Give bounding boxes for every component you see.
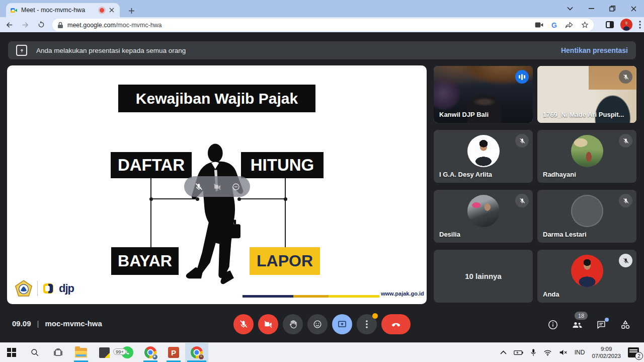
media-camera-indicator-icon[interactable] (535, 22, 543, 28)
stop-presenting-button[interactable]: Hentikan presentasi (561, 46, 628, 54)
tray-mic-icon[interactable] (530, 348, 536, 356)
pip-remove-icon[interactable] (231, 182, 240, 191)
tray-chevron-icon[interactable] (500, 350, 507, 354)
new-tab-button[interactable] (126, 5, 137, 16)
browser-menu-icon[interactable] (639, 21, 641, 29)
volume-muted-icon[interactable] (559, 349, 568, 356)
raise-hand-button[interactable] (283, 314, 303, 334)
wifi-icon[interactable] (543, 349, 552, 356)
address-bar[interactable]: meet.google.com/moc-mvmc-hwa G (52, 19, 594, 31)
more-options-button[interactable] (357, 314, 377, 334)
lock-icon (57, 22, 63, 29)
businessman-silhouette (176, 141, 252, 286)
connector-line (285, 199, 286, 247)
participant-avatar (467, 195, 500, 227)
reactions-button[interactable] (307, 314, 328, 334)
powerpoint-icon: P (168, 347, 179, 358)
meeting-code-label: moc-mvmc-hwa (45, 319, 102, 328)
taskbar-sticky-notes[interactable] (93, 343, 116, 362)
reload-button[interactable] (34, 18, 48, 32)
sticky-notes-icon (99, 347, 110, 358)
tab-title: Meet - moc-mvmc-hwa (21, 7, 96, 14)
leave-call-button[interactable] (381, 314, 411, 334)
taskbar-chrome-1[interactable] (139, 343, 162, 362)
browser-tabstrip: Meet - moc-mvmc-hwa (0, 0, 644, 17)
bookmark-star-icon[interactable] (581, 21, 589, 29)
minimize-button[interactable] (581, 0, 602, 17)
task-view-button[interactable] (46, 343, 69, 362)
battery-icon[interactable] (514, 349, 523, 355)
pip-mic-off-icon[interactable] (194, 182, 203, 191)
present-icon (16, 45, 27, 56)
mic-muted-icon (619, 70, 632, 84)
chat-notification-dot (605, 318, 609, 322)
google-page-action-icon[interactable]: G (551, 21, 557, 29)
action-center-button[interactable]: 2 (628, 347, 639, 357)
participant-count-badge: 18 (575, 312, 588, 320)
participant-tile-nimade[interactable]: 1769_Ni Made Ari Puspit... (537, 66, 636, 123)
url-domain: meet.google.com (67, 22, 116, 29)
slide-title: Kewajiban Wajib Pajak (118, 85, 315, 112)
windows-logo-icon (7, 348, 16, 357)
mic-toggle-button[interactable] (233, 314, 254, 334)
share-icon[interactable] (565, 22, 573, 29)
task-view-icon (53, 348, 63, 357)
participant-name: Desilia (439, 231, 460, 238)
connector-line (150, 199, 151, 247)
url-text: meet.google.com/moc-mvmc-hwa (67, 22, 162, 29)
participant-name: 1769_Ni Made Ari Puspit... (543, 111, 624, 118)
separator: | (37, 319, 39, 328)
window-controls (559, 0, 644, 17)
chrome-icon (144, 346, 156, 358)
call-control-bar: 09.09 | moc-mvmc-hwa (0, 308, 644, 341)
logo-divider (37, 281, 38, 296)
participant-tile-desilia[interactable]: Desilia (434, 190, 533, 243)
side-panel-icon[interactable] (606, 21, 614, 28)
participant-tile-darma[interactable]: Darma Lestari (537, 190, 636, 243)
taskbar-powerpoint[interactable]: P (162, 343, 185, 362)
close-window-button[interactable] (623, 0, 644, 17)
browser-tab[interactable]: Meet - moc-mvmc-hwa (6, 3, 120, 17)
chat-button[interactable] (595, 318, 608, 331)
taskbar-search-button[interactable] (23, 343, 46, 362)
speaking-indicator-icon (515, 70, 529, 84)
participant-tile-overflow[interactable]: 10 lainnya (434, 250, 533, 303)
tab-search-chevron-icon[interactable] (559, 0, 581, 17)
camera-toggle-button[interactable] (258, 314, 278, 334)
participant-name: I G.A. Desy Arlita (439, 171, 492, 178)
kemenkeu-logo (15, 280, 32, 297)
participant-avatar (571, 195, 603, 227)
screen: Meet - moc-mvmc-hwa meet.google.com/moc-… (0, 0, 644, 362)
meeting-details-button[interactable] (546, 318, 559, 331)
pip-controls-overlay[interactable] (184, 176, 250, 197)
back-button[interactable] (2, 18, 16, 32)
present-screen-button[interactable] (332, 314, 352, 334)
forward-button[interactable] (18, 18, 32, 32)
taskbar-file-explorer[interactable] (69, 343, 93, 362)
meet-favicon (10, 7, 18, 14)
tab-close-icon[interactable] (108, 6, 116, 14)
participant-tile-desy[interactable]: I G.A. Desy Arlita (434, 130, 533, 183)
participant-tile-self[interactable]: Anda (537, 250, 636, 303)
presented-slide: Kewajiban Wajib Pajak DAFTAR HITUNG BAYA… (7, 65, 427, 304)
pip-cam-off-icon[interactable] (213, 182, 222, 191)
participants-button[interactable]: 18 (571, 318, 584, 331)
slide-accent-bar (243, 295, 379, 298)
tray-clock[interactable]: 9:09 07/02/2023 (592, 345, 621, 360)
participant-tile-kanwil[interactable]: Kanwil DJP Bali (434, 66, 533, 123)
presenting-banner: Anda melakukan presentasi kepada semua o… (8, 41, 636, 59)
restore-button[interactable] (602, 0, 623, 17)
clock-label: 09.09 (12, 319, 31, 328)
participant-tile-radhayani[interactable]: Radhayani (537, 130, 636, 183)
participant-avatar (467, 135, 500, 167)
slide-label-hitung: HITUNG (241, 152, 324, 178)
taskbar-whatsapp[interactable]: 99+ (116, 343, 139, 362)
start-button[interactable] (0, 343, 23, 362)
taskbar-chrome-2[interactable] (185, 343, 208, 362)
participant-avatar (571, 255, 603, 287)
djp-logo-icon (43, 283, 54, 294)
profile-avatar[interactable] (620, 19, 632, 31)
url-path: /moc-mvmc-hwa (116, 22, 162, 29)
activities-button[interactable] (619, 318, 632, 331)
language-indicator[interactable]: IND (575, 349, 585, 356)
